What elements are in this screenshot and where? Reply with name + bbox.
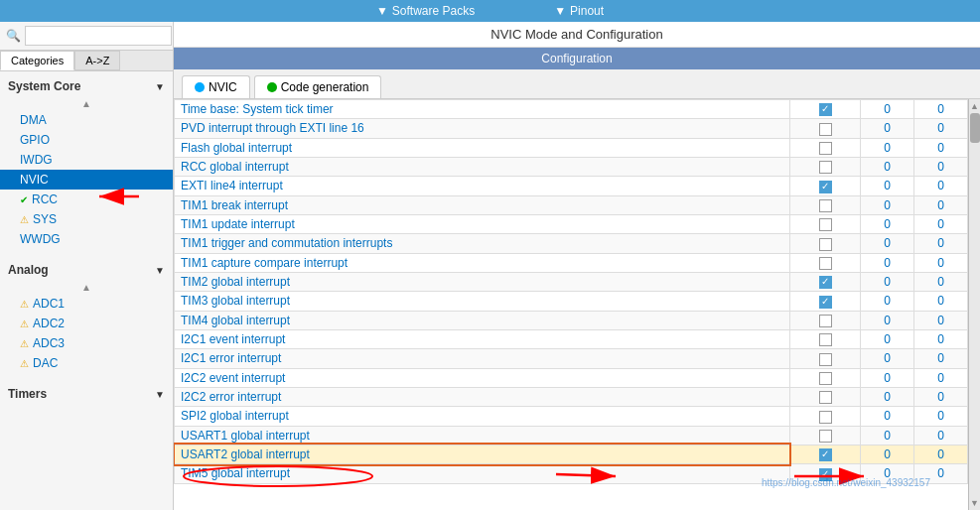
interrupt-checkbox-cell[interactable] — [789, 253, 860, 272]
tab-az[interactable]: A->Z — [74, 51, 120, 70]
scroll-up-btn[interactable]: ▲ — [970, 101, 979, 111]
interrupt-preemption[interactable]: 0 — [861, 100, 914, 119]
interrupt-subpriority[interactable]: 0 — [914, 368, 968, 387]
interrupt-subpriority[interactable]: 0 — [914, 138, 968, 157]
interrupt-checkbox[interactable] — [819, 103, 832, 116]
interrupt-checkbox-cell[interactable] — [789, 195, 860, 214]
interrupt-subpriority[interactable]: 0 — [914, 387, 968, 406]
pinout-menu[interactable]: ▼ Pinout — [554, 4, 604, 18]
scroll-down-btn[interactable]: ▼ — [970, 498, 979, 508]
interrupt-preemption[interactable]: 0 — [861, 234, 914, 253]
search-input[interactable] — [25, 26, 172, 46]
interrupt-checkbox-cell[interactable] — [789, 177, 860, 195]
interrupt-checkbox[interactable] — [819, 257, 832, 270]
interrupt-checkbox[interactable] — [819, 448, 832, 461]
section-analog[interactable]: Analog ▼ — [0, 259, 173, 281]
interrupt-preemption[interactable]: 0 — [861, 253, 914, 272]
interrupt-checkbox[interactable] — [819, 142, 832, 155]
interrupt-preemption[interactable]: 0 — [861, 195, 914, 214]
analog-scroll-up[interactable]: ▲ — [0, 281, 173, 294]
scroll-up-arrow[interactable]: ▲ — [0, 97, 173, 110]
interrupt-checkbox[interactable] — [819, 276, 832, 289]
interrupt-preemption[interactable]: 0 — [861, 177, 914, 195]
sidebar-item-dac[interactable]: ⚠ DAC — [0, 353, 173, 373]
interrupt-preemption[interactable]: 0 — [861, 119, 914, 138]
interrupt-preemption[interactable]: 0 — [861, 272, 914, 291]
interrupt-subpriority[interactable]: 0 — [914, 426, 968, 445]
interrupt-checkbox[interactable] — [819, 181, 832, 193]
interrupt-subpriority[interactable]: 0 — [914, 272, 968, 291]
interrupt-table[interactable]: Time base: System tick timer00PVD interr… — [174, 99, 968, 510]
interrupt-checkbox-cell[interactable] — [789, 138, 860, 157]
interrupt-checkbox[interactable] — [819, 333, 832, 346]
interrupt-subpriority[interactable]: 0 — [914, 157, 968, 176]
interrupt-checkbox[interactable] — [819, 372, 832, 385]
interrupt-preemption[interactable]: 0 — [861, 426, 914, 445]
interrupt-subpriority[interactable]: 0 — [914, 311, 968, 329]
interrupt-checkbox-cell[interactable] — [789, 100, 860, 119]
interrupt-checkbox-cell[interactable] — [789, 349, 860, 368]
interrupt-checkbox[interactable] — [819, 353, 832, 366]
scroll-thumb[interactable] — [970, 113, 980, 143]
interrupt-subpriority[interactable]: 0 — [914, 234, 968, 253]
interrupt-checkbox[interactable] — [819, 391, 832, 404]
interrupt-checkbox[interactable] — [819, 123, 832, 136]
interrupt-subpriority[interactable]: 0 — [914, 253, 968, 272]
sidebar-item-adc3[interactable]: ⚠ ADC3 — [0, 333, 173, 353]
interrupt-checkbox-cell[interactable] — [789, 214, 860, 233]
interrupt-subpriority[interactable]: 0 — [914, 195, 968, 214]
interrupt-preemption[interactable]: 0 — [861, 445, 914, 463]
interrupt-preemption[interactable]: 0 — [861, 329, 914, 348]
section-system-core[interactable]: System Core ▼ — [0, 75, 173, 97]
interrupt-checkbox[interactable] — [819, 296, 832, 309]
sidebar-item-adc2[interactable]: ⚠ ADC2 — [0, 314, 173, 333]
interrupt-preemption[interactable]: 0 — [861, 349, 914, 368]
sidebar-item-wwdg[interactable]: WWDG — [0, 229, 173, 249]
interrupt-checkbox[interactable] — [819, 218, 832, 231]
sidebar-item-dma[interactable]: DMA — [0, 110, 173, 130]
interrupt-subpriority[interactable]: 0 — [914, 329, 968, 348]
interrupt-checkbox-cell[interactable] — [789, 272, 860, 291]
sidebar-item-iwdg[interactable]: IWDG — [0, 150, 173, 170]
interrupt-checkbox[interactable] — [819, 411, 832, 424]
tab-code-generation[interactable]: Code generation — [254, 75, 382, 98]
interrupt-subpriority[interactable]: 0 — [914, 119, 968, 138]
interrupt-preemption[interactable]: 0 — [861, 407, 914, 426]
interrupt-subpriority[interactable]: 0 — [914, 100, 968, 119]
interrupt-checkbox-cell[interactable] — [789, 387, 860, 406]
interrupt-subpriority[interactable]: 0 — [914, 407, 968, 426]
interrupt-checkbox-cell[interactable] — [789, 311, 860, 329]
interrupt-checkbox[interactable] — [819, 238, 832, 251]
tab-categories[interactable]: Categories — [0, 51, 74, 70]
interrupt-subpriority[interactable]: 0 — [914, 292, 968, 311]
interrupt-checkbox[interactable] — [819, 161, 832, 174]
interrupt-subpriority[interactable]: 0 — [914, 349, 968, 368]
interrupt-checkbox-cell[interactable] — [789, 234, 860, 253]
interrupt-subpriority[interactable]: 0 — [914, 177, 968, 195]
interrupt-checkbox-cell[interactable] — [789, 445, 860, 463]
section-timers[interactable]: Timers ▼ — [0, 383, 173, 405]
interrupt-checkbox-cell[interactable] — [789, 157, 860, 176]
tab-nvic[interactable]: NVIC — [182, 75, 250, 98]
interrupt-checkbox[interactable] — [819, 199, 832, 212]
interrupt-checkbox-cell[interactable] — [789, 426, 860, 445]
interrupt-checkbox-cell[interactable] — [789, 292, 860, 311]
sidebar-item-sys[interactable]: ⚠ SYS — [0, 209, 173, 229]
interrupt-checkbox-cell[interactable] — [789, 119, 860, 138]
sidebar-item-gpio[interactable]: GPIO — [0, 130, 173, 150]
sidebar-item-nvic[interactable]: NVIC — [0, 170, 173, 190]
sidebar-scroll[interactable]: System Core ▼ ▲ DMA GPIO IWDG NVIC ✔ — [0, 71, 173, 510]
interrupt-preemption[interactable]: 0 — [861, 292, 914, 311]
interrupt-preemption[interactable]: 0 — [861, 311, 914, 329]
sidebar-item-rcc[interactable]: ✔ RCC — [0, 190, 173, 209]
software-packs-menu[interactable]: ▼ Software Packs — [376, 4, 475, 18]
interrupt-subpriority[interactable]: 0 — [914, 445, 968, 463]
sidebar-item-adc1[interactable]: ⚠ ADC1 — [0, 294, 173, 314]
interrupt-checkbox[interactable] — [819, 430, 832, 443]
interrupt-preemption[interactable]: 0 — [861, 157, 914, 176]
interrupt-checkbox-cell[interactable] — [789, 407, 860, 426]
interrupt-preemption[interactable]: 0 — [861, 368, 914, 387]
interrupt-preemption[interactable]: 0 — [861, 138, 914, 157]
interrupt-checkbox-cell[interactable] — [789, 368, 860, 387]
interrupt-preemption[interactable]: 0 — [861, 387, 914, 406]
